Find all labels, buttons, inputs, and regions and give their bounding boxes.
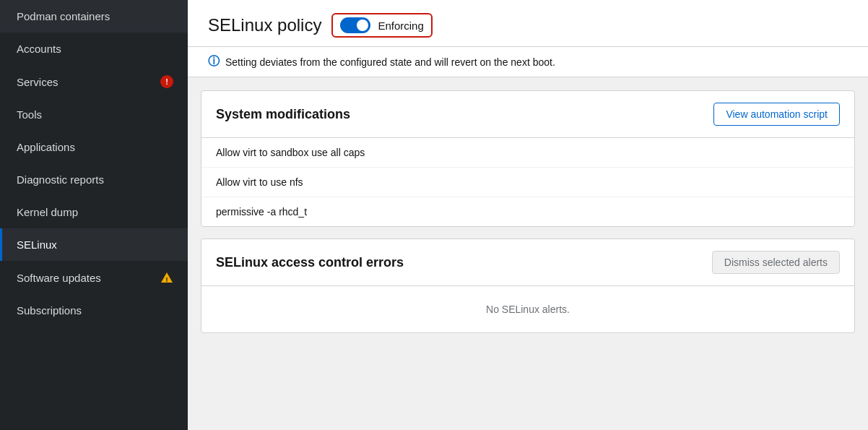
no-alerts-text: No SELinux alerts. [201,286,854,332]
sidebar-item-software-updates[interactable]: Software updates ! [0,261,188,294]
enforcing-toggle-container[interactable]: Enforcing [331,13,432,38]
page-title: SELinux policy [208,15,321,35]
access-control-errors-card: SELinux access control errors Dismiss se… [201,238,855,333]
sidebar-item-diagnostic-reports[interactable]: Diagnostic reports [0,163,188,196]
sidebar-item-tools[interactable]: Tools [0,98,188,131]
enforcing-toggle[interactable] [340,17,370,33]
sidebar-item-services[interactable]: Services ! [0,65,188,98]
access-control-errors-header: SELinux access control errors Dismiss se… [201,239,854,286]
sidebar-item-label: Services [17,76,58,88]
sidebar-item-label: SELinux [17,238,57,251]
sidebar-item-label: Accounts [17,43,61,55]
sidebar-item-applications[interactable]: Applications [0,131,188,163]
toggle-track [340,17,370,33]
system-modifications-card: System modifications View automation scr… [201,90,855,227]
sidebar-item-podman-containers[interactable]: Podman containers [0,0,188,33]
list-item: permissive -a rhcd_t [201,197,854,226]
page-header: SELinux policy Enforcing [188,0,868,47]
services-badge: ! [160,75,173,88]
sidebar: Podman containers Accounts Services ! To… [0,0,188,430]
main-content: SELinux policy Enforcing ⓘ Setting devia… [188,0,868,430]
dismiss-selected-alerts-button[interactable]: Dismiss selected alerts [712,251,840,274]
sidebar-item-subscriptions[interactable]: Subscriptions [0,294,188,327]
sidebar-item-accounts[interactable]: Accounts [0,33,188,65]
info-icon: ⓘ [208,54,220,69]
toggle-thumb [357,20,368,31]
sidebar-item-label: Software updates [17,272,101,284]
sidebar-item-kernel-dump[interactable]: Kernel dump [0,196,188,228]
access-control-errors-title: SELinux access control errors [216,255,404,270]
sidebar-item-label: Applications [17,141,75,153]
sidebar-item-label: Subscriptions [17,304,82,317]
toggle-label: Enforcing [378,20,423,32]
info-text: Setting deviates from the configured sta… [225,56,555,68]
content-area: System modifications View automation scr… [188,77,868,346]
sidebar-item-label: Diagnostic reports [17,173,104,186]
view-automation-script-button[interactable]: View automation script [713,103,840,126]
sidebar-item-label: Kernel dump [17,206,78,218]
svg-text:!: ! [166,276,168,283]
software-updates-warning-icon: ! [160,271,173,284]
sidebar-item-selinux[interactable]: SELinux [0,228,188,261]
list-item: Allow virt to sandbox use all caps [201,138,854,168]
list-item: Allow virt to use nfs [201,168,854,197]
system-modifications-header: System modifications View automation scr… [201,91,854,138]
sidebar-item-label: Tools [17,108,42,121]
sidebar-item-label: Podman containers [17,10,110,22]
system-modifications-title: System modifications [216,107,350,122]
info-bar: ⓘ Setting deviates from the configured s… [188,47,868,77]
